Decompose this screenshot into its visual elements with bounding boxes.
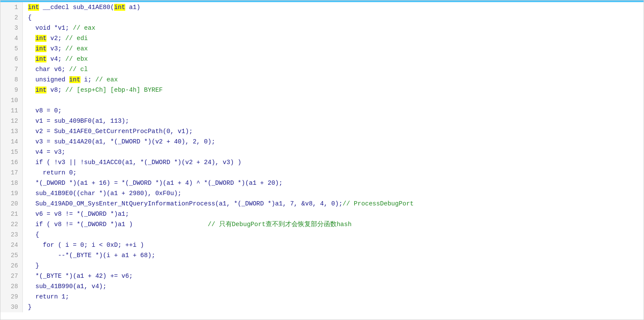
- table-row: 4 int v2; // edi: [0, 33, 644, 43]
- token-kw-highlight: int: [35, 45, 46, 52]
- table-row: 23 {: [0, 230, 644, 240]
- line-number: 4: [0, 33, 22, 43]
- token-plain: return 0;: [28, 169, 77, 176]
- table-row: 18 *(_DWORD *)(a1 + 16) = *(_DWORD *)(a1…: [0, 178, 644, 188]
- token-kw-highlight: int: [35, 56, 46, 62]
- code-line: int v4; // ebx: [22, 54, 644, 64]
- code-line: *(_BYTE *)(a1 + 42) += v6;: [22, 271, 644, 281]
- code-line: int v2; // edi: [22, 33, 644, 43]
- table-row: 3 void *v1; // eax: [0, 23, 644, 33]
- code-line: sub_41B990(a1, v4);: [22, 281, 644, 292]
- line-number: 15: [0, 147, 22, 157]
- token-plain: v4;: [46, 56, 65, 62]
- table-row: 13 v2 = Sub_41AFE0_GetCurrentProcPath(0,…: [0, 126, 644, 137]
- code-line: return 0;: [22, 168, 644, 178]
- code-line: unsigned int i; // eax: [22, 75, 644, 85]
- table-row: 2{: [0, 12, 644, 23]
- code-line: {: [22, 230, 644, 240]
- token-plain: if ( !v3 || !sub_41ACC0(a1, *(_DWORD *)(…: [28, 159, 242, 166]
- code-line: v6 = v8 != *(_DWORD *)a1;: [22, 209, 644, 219]
- code-line: }: [22, 261, 644, 271]
- token-plain: Sub_419AD0_OM_SysEnter_NtQueryInformatio…: [28, 200, 343, 207]
- code-line: sub_41B9E0((char *)(a1 + 2980), 0xF0u);: [22, 188, 644, 199]
- token-kw-highlight: int: [35, 87, 46, 93]
- code-line: [22, 95, 644, 106]
- line-number: 24: [0, 240, 22, 250]
- line-number: 5: [0, 43, 22, 54]
- token-plain: *(_BYTE *)(a1 + 42) += v6;: [28, 273, 133, 280]
- line-number: 28: [0, 281, 22, 292]
- code-line: v4 = v3;: [22, 147, 644, 157]
- code-line: }: [22, 302, 644, 312]
- token-plain: [28, 35, 35, 42]
- token-comment: // cl: [69, 66, 88, 73]
- token-plain: }: [28, 262, 39, 269]
- token-plain: char v6;: [28, 66, 69, 73]
- table-row: 7 char v6; // cl: [0, 64, 644, 75]
- code-line: for ( i = 0; i < 0xD; ++i ): [22, 240, 644, 250]
- line-number: 23: [0, 230, 22, 240]
- code-line: v3 = sub_414A20(a1, *(_DWORD *)(v2 + 40)…: [22, 137, 644, 147]
- token-plain: [28, 87, 35, 93]
- table-row: 28 sub_41B990(a1, v4);: [0, 281, 644, 292]
- code-line: *(_DWORD *)(a1 + 16) = *(_DWORD *)(a1 + …: [22, 178, 644, 188]
- code-line: if ( v8 != *(_DWORD *)a1 ) // 只有DebugPor…: [22, 219, 644, 230]
- code-line: v1 = sub_409BF0(a1, 113);: [22, 116, 644, 126]
- line-number: 20: [0, 199, 22, 209]
- token-plain: [28, 56, 35, 62]
- line-number: 30: [0, 302, 22, 312]
- token-plain: a1): [125, 4, 140, 11]
- line-number: 18: [0, 178, 22, 188]
- code-line: int v3; // eax: [22, 43, 644, 54]
- code-line: void *v1; // eax: [22, 23, 644, 33]
- line-number: 25: [0, 250, 22, 261]
- table-row: 21 v6 = v8 != *(_DWORD *)a1;: [0, 209, 644, 219]
- table-row: 30}: [0, 302, 644, 312]
- token-plain: v3 = sub_414A20(a1, *(_DWORD *)(v2 + 40)…: [28, 138, 215, 145]
- line-number: 11: [0, 106, 22, 116]
- line-number: 3: [0, 23, 22, 33]
- line-number: 27: [0, 271, 22, 281]
- token-plain: {: [28, 231, 39, 238]
- table-row: 17 return 0;: [0, 168, 644, 178]
- line-number: 29: [0, 292, 22, 302]
- line-number: 1: [0, 2, 22, 12]
- token-comment: // edi: [65, 35, 88, 42]
- token-plain: [28, 45, 35, 52]
- token-kw-highlight: int: [114, 4, 125, 11]
- table-row: 14 v3 = sub_414A20(a1, *(_DWORD *)(v2 + …: [0, 137, 644, 147]
- table-row: 26 }: [0, 261, 644, 271]
- token-plain: v1 = sub_409BF0(a1, 113);: [28, 118, 129, 124]
- line-number: 22: [0, 219, 22, 230]
- code-line: v8 = 0;: [22, 106, 644, 116]
- token-plain: v4 = v3;: [28, 149, 65, 155]
- token-comment: // ebx: [65, 56, 88, 62]
- line-number: 21: [0, 209, 22, 219]
- token-plain: v2;: [46, 35, 65, 42]
- code-line: --*(_BYTE *)(i + a1 + 68);: [22, 250, 644, 261]
- line-number: 14: [0, 137, 22, 147]
- table-row: 22 if ( v8 != *(_DWORD *)a1 ) // 只有Debug…: [0, 219, 644, 230]
- token-plain: return 1;: [28, 293, 69, 300]
- table-row: 12 v1 = sub_409BF0(a1, 113);: [0, 116, 644, 126]
- token-plain: v6 = v8 != *(_DWORD *)a1;: [28, 211, 129, 217]
- token-plain: v3;: [46, 45, 65, 52]
- token-plain: *(_DWORD *)(a1 + 16) = *(_DWORD *)(a1 + …: [28, 180, 283, 186]
- line-number: 6: [0, 54, 22, 64]
- code-line: char v6; // cl: [22, 64, 644, 75]
- token-comment: // ProcessDebugPort: [343, 200, 414, 207]
- table-row: 1int __cdecl sub_41AE80(int a1): [0, 2, 644, 12]
- table-row: 19 sub_41B9E0((char *)(a1 + 2980), 0xF0u…: [0, 188, 644, 199]
- table-row: 11 v8 = 0;: [0, 106, 644, 116]
- code-line: return 1;: [22, 292, 644, 302]
- line-number: 26: [0, 261, 22, 271]
- token-kw-highlight: int: [28, 4, 39, 11]
- line-number: 12: [0, 116, 22, 126]
- table-row: 27 *(_BYTE *)(a1 + 42) += v6;: [0, 271, 644, 281]
- token-plain: sub_41B9E0((char *)(a1 + 2980), 0xF0u);: [28, 190, 182, 197]
- token-comment: // eax: [95, 76, 118, 83]
- table-row: 6 int v4; // ebx: [0, 54, 644, 64]
- code-line: int __cdecl sub_41AE80(int a1): [22, 2, 644, 12]
- token-kw-highlight: int: [35, 35, 46, 42]
- token-plain: --*(_BYTE *)(i + a1 + 68);: [28, 252, 155, 259]
